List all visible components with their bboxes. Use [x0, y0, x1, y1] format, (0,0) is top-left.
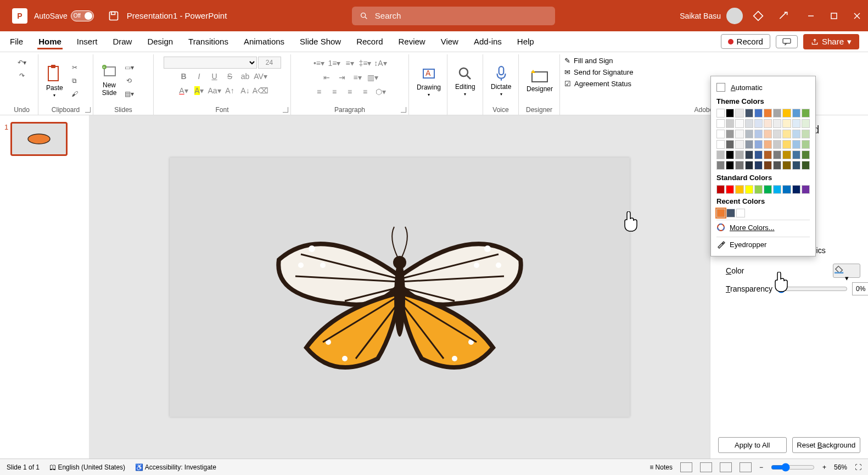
color-swatch[interactable]: [773, 185, 781, 194]
align-left-button[interactable]: ≡: [312, 85, 326, 98]
reset-background-button[interactable]: Reset Background: [792, 437, 861, 453]
color-swatch[interactable]: [716, 161, 725, 170]
color-swatch[interactable]: [782, 109, 791, 118]
color-swatch[interactable]: [754, 185, 763, 194]
align-center-button[interactable]: ≡: [327, 85, 341, 98]
color-swatch[interactable]: [782, 140, 791, 149]
color-swatch[interactable]: [716, 130, 725, 138]
color-swatch[interactable]: [764, 140, 772, 149]
zoom-out-button[interactable]: −: [759, 463, 763, 471]
undo-button[interactable]: ↶▾: [16, 57, 28, 69]
color-swatch[interactable]: [735, 140, 743, 149]
sorter-view-button[interactable]: [700, 462, 712, 472]
smartart-button[interactable]: ⬡▾: [373, 85, 388, 98]
eyedropper-link[interactable]: Eyedropper: [716, 237, 810, 252]
slide-counter[interactable]: Slide 1 of 1: [7, 463, 40, 471]
designer-button[interactable]: Designer: [523, 68, 556, 94]
color-picker-button[interactable]: ▾: [833, 264, 860, 278]
share-button[interactable]: Share ▾: [803, 34, 859, 49]
color-swatch[interactable]: [716, 119, 725, 128]
color-swatch[interactable]: [764, 130, 772, 138]
color-swatch[interactable]: [735, 119, 743, 128]
numbering-button[interactable]: 1≡▾: [327, 57, 341, 70]
font-family-select[interactable]: [164, 57, 257, 69]
text-direction-button[interactable]: ↕A▾: [373, 57, 388, 70]
zoom-level[interactable]: 56%: [834, 463, 847, 471]
color-swatch[interactable]: [802, 185, 810, 194]
transparency-input[interactable]: [852, 282, 868, 295]
character-spacing-button[interactable]: AV▾: [254, 70, 268, 83]
comments-button[interactable]: [776, 35, 798, 48]
agreement-status-button[interactable]: ☑Agreement Status: [564, 80, 631, 88]
color-swatch[interactable]: [773, 140, 781, 149]
format-painter-button[interactable]: 🖌: [69, 88, 81, 100]
color-swatch[interactable]: [745, 130, 753, 138]
color-swatch[interactable]: [792, 150, 800, 159]
redo-button[interactable]: ↷: [16, 70, 28, 82]
paste-button[interactable]: Paste ▾: [43, 63, 66, 99]
color-swatch[interactable]: [735, 161, 743, 170]
color-swatch[interactable]: [735, 109, 743, 118]
color-swatch[interactable]: [782, 150, 791, 159]
tab-animations[interactable]: Animations: [243, 33, 285, 49]
shadow-button[interactable]: ab: [238, 70, 253, 83]
color-swatch[interactable]: [754, 140, 763, 149]
tab-insert[interactable]: Insert: [76, 33, 99, 49]
clipboard-launcher[interactable]: [85, 107, 91, 113]
font-launcher[interactable]: [283, 107, 288, 113]
decrease-indent-button[interactable]: ⇤: [320, 71, 334, 84]
tab-addins[interactable]: Add-ins: [473, 33, 503, 49]
tab-review[interactable]: Review: [397, 33, 427, 49]
search-input[interactable]: [375, 11, 547, 20]
color-swatch[interactable]: [792, 119, 800, 128]
section-button[interactable]: ▤▾: [123, 88, 135, 100]
color-swatch[interactable]: [782, 130, 791, 138]
color-swatch[interactable]: [754, 119, 763, 128]
fit-to-window-button[interactable]: ⛶: [855, 463, 861, 471]
align-text-button[interactable]: ≡▾: [350, 71, 365, 84]
color-swatch[interactable]: [726, 140, 734, 149]
dictate-button[interactable]: Dictate▾: [488, 64, 514, 98]
tab-home[interactable]: Home: [37, 33, 63, 49]
diamond-icon[interactable]: [753, 10, 764, 21]
strikethrough-button[interactable]: S: [223, 70, 237, 83]
tab-record[interactable]: Record: [355, 33, 384, 49]
normal-view-button[interactable]: [680, 462, 692, 472]
color-swatch[interactable]: [745, 140, 753, 149]
line-spacing-button[interactable]: ‡≡▾: [358, 57, 372, 70]
color-swatch[interactable]: [735, 150, 743, 159]
apply-to-all-button[interactable]: Apply to All: [718, 437, 787, 453]
color-swatch[interactable]: [802, 150, 810, 159]
touch-mode-icon[interactable]: [778, 10, 789, 21]
color-swatch[interactable]: [802, 140, 810, 149]
toggle-switch[interactable]: Off: [71, 10, 94, 21]
reset-slide-button[interactable]: ⟲: [123, 75, 135, 87]
reading-view-button[interactable]: [720, 462, 732, 472]
color-swatch[interactable]: [716, 209, 725, 217]
underline-button[interactable]: U: [208, 70, 222, 83]
layout-button[interactable]: ▭▾: [123, 62, 135, 74]
increase-indent-button[interactable]: ⇥: [335, 71, 349, 84]
color-swatch[interactable]: [754, 161, 763, 170]
color-swatch[interactable]: [745, 150, 753, 159]
fill-and-sign-button[interactable]: ✎Fill and Sign: [564, 57, 613, 65]
slide[interactable]: [170, 158, 630, 417]
user-account[interactable]: Saikat Basu: [680, 8, 743, 24]
color-swatch[interactable]: [792, 140, 800, 149]
clear-formatting-button[interactable]: A⌫: [254, 84, 268, 97]
minimize-button[interactable]: [805, 10, 816, 21]
color-swatch[interactable]: [764, 185, 772, 194]
paragraph-launcher[interactable]: [401, 107, 406, 113]
transparency-slider[interactable]: [777, 284, 848, 293]
color-swatch[interactable]: [792, 109, 800, 118]
automatic-color[interactable]: Automatic: [716, 81, 810, 94]
color-swatch[interactable]: [792, 130, 800, 138]
color-swatch[interactable]: [716, 185, 725, 194]
tab-help[interactable]: Help: [516, 33, 535, 49]
save-icon[interactable]: [108, 10, 119, 21]
list-level-button[interactable]: ≡▾: [343, 57, 357, 70]
color-swatch[interactable]: [754, 109, 763, 118]
color-swatch[interactable]: [726, 185, 734, 194]
color-swatch[interactable]: [764, 109, 772, 118]
color-swatch[interactable]: [764, 150, 772, 159]
